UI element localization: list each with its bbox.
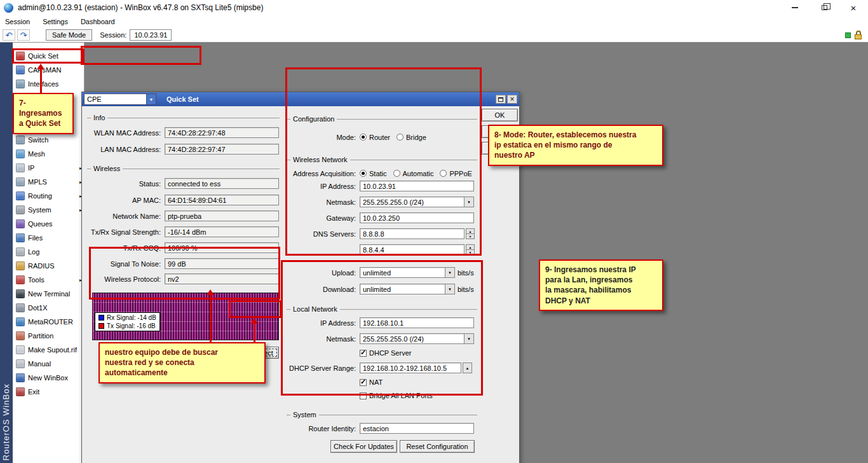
- dhcp-range-up-icon[interactable]: ▲: [463, 363, 472, 373]
- workspace: RouterOS WinBox Quick Set CAPsMAN Interf…: [0, 43, 868, 463]
- group-header-local-network: Local Network: [287, 305, 477, 313]
- group-header-configuration: Configuration: [287, 115, 477, 123]
- dialog-close-button[interactable]: ×: [507, 95, 517, 104]
- close-button[interactable]: ×: [839, 0, 868, 15]
- radius-icon: [16, 261, 25, 270]
- wan-ip-field[interactable]: 10.0.23.91: [360, 181, 474, 191]
- redo-button[interactable]: ↷: [17, 29, 30, 41]
- check-for-updates-button[interactable]: Check For Updates: [330, 440, 397, 453]
- combo-dropdown-icon[interactable]: ▼: [146, 94, 156, 104]
- wan-netmask-row: Netmask: 255.255.255.0 (/24) ▼: [287, 197, 477, 207]
- mode-row: Mode: Router Bridge: [287, 132, 477, 142]
- sidebar-item-new-terminal[interactable]: New Terminal: [13, 287, 84, 301]
- sidebar-item-exit[interactable]: Exit: [13, 385, 84, 399]
- dhcp-range-field[interactable]: 192.168.10.2-192.168.10.5: [360, 363, 461, 373]
- exit-icon: [16, 387, 25, 396]
- session-value-field[interactable]: 10.0.23.91: [130, 29, 172, 41]
- ip-icon: [16, 163, 25, 172]
- new-winbox-icon: [16, 373, 25, 382]
- network-name-field[interactable]: ptp-prueba: [165, 211, 279, 221]
- sidebar-item-mpls[interactable]: MPLS ▸: [13, 175, 84, 189]
- download-dropdown-icon[interactable]: ▼: [445, 284, 455, 294]
- dns-primary-field[interactable]: 8.8.8.8: [360, 228, 465, 239]
- sidebar-item-tools[interactable]: Tools ▸: [13, 273, 84, 287]
- acq-static-radio[interactable]: [360, 170, 367, 177]
- acq-automatic-radio[interactable]: [393, 170, 400, 177]
- safe-mode-button[interactable]: Safe Mode: [46, 29, 92, 41]
- menu-session[interactable]: Session: [5, 18, 30, 25]
- lan-mac-field[interactable]: 74:4D:28:22:97:47: [165, 144, 279, 155]
- signal-strength-label: Tx/Rx Signal Strength:: [87, 228, 165, 236]
- sidebar-item-partition[interactable]: Partition: [13, 329, 84, 343]
- sidebar-item-routing[interactable]: Routing ▸: [13, 189, 84, 203]
- mode-router-radio[interactable]: [360, 134, 367, 141]
- ap-mac-field[interactable]: 64:D1:54:89:D4:61: [165, 195, 279, 205]
- dhcp-range-row: DHCP Server Range: 192.168.10.2-192.168.…: [287, 363, 477, 373]
- menu-settings[interactable]: Settings: [43, 18, 68, 25]
- sidebar-item-new-winbox[interactable]: New WinBox: [13, 371, 84, 385]
- mode-bridge-radio[interactable]: [397, 134, 403, 141]
- acq-pppoe-radio[interactable]: [440, 170, 447, 177]
- spinner-up-icon[interactable]: ▲: [466, 244, 475, 250]
- spinner-up-icon[interactable]: ▲: [466, 228, 475, 234]
- ok-button[interactable]: OK: [482, 109, 518, 121]
- nat-checkbox[interactable]: [360, 379, 367, 386]
- wan-netmask-dropdown-icon[interactable]: ▼: [465, 197, 474, 207]
- sidebar-item-files[interactable]: Files: [13, 231, 84, 245]
- restore-button[interactable]: [810, 0, 839, 15]
- dialog-titlebar[interactable]: CPE ▼ Quick Set ×: [82, 92, 519, 106]
- wan-netmask-field[interactable]: 255.255.255.0 (/24): [360, 197, 465, 207]
- upload-field[interactable]: unlimited: [360, 267, 445, 278]
- download-field[interactable]: unlimited: [360, 284, 445, 294]
- bridge-all-lan-ports-label: Bridge All LAN Ports: [369, 392, 433, 399]
- files-icon: [16, 233, 25, 242]
- gateway-field[interactable]: 10.0.23.250: [360, 212, 474, 223]
- signal-strength-field[interactable]: -16/-14 dBm: [165, 226, 279, 237]
- sidebar-item-manual[interactable]: Manual: [13, 357, 84, 371]
- wlan-mac-field[interactable]: 74:4D:28:22:97:48: [165, 127, 279, 138]
- upload-dropdown-icon[interactable]: ▼: [445, 267, 455, 278]
- quick-set-icon: [16, 52, 25, 60]
- dhcp-server-checkbox[interactable]: [360, 350, 367, 357]
- undo-button[interactable]: ↶: [3, 29, 15, 41]
- dialog-restore-button[interactable]: [496, 95, 506, 104]
- sidebar-item-mesh[interactable]: Mesh: [13, 147, 84, 161]
- minimize-button[interactable]: [780, 0, 810, 15]
- sidebar-item-switch[interactable]: Switch: [13, 133, 84, 147]
- dialog-body: OK Cancel Apply Info WLAN MAC Address: 7…: [82, 106, 519, 463]
- sidebar-item-log[interactable]: Log: [13, 245, 84, 259]
- menu-dashboard[interactable]: Dashboard: [81, 18, 115, 25]
- sidebar-item-make-supout[interactable]: Make Supout.rif: [13, 343, 84, 357]
- gateway-label: Gateway:: [287, 214, 360, 222]
- preset-combo[interactable]: CPE ▼: [84, 93, 156, 105]
- router-identity-field[interactable]: estacion: [360, 423, 474, 434]
- sidebar-item-system[interactable]: System ▸: [13, 203, 84, 217]
- reset-configuration-button[interactable]: Reset Configuration: [400, 440, 475, 453]
- spinner-down-icon[interactable]: ▼: [466, 250, 475, 255]
- snr-field[interactable]: 99 dB: [165, 258, 279, 269]
- wan-netmask-label: Netmask:: [287, 198, 360, 206]
- sidebar-item-queues[interactable]: Queues: [13, 217, 84, 231]
- lan-netmask-field[interactable]: 255.255.255.0 (/24): [360, 333, 465, 344]
- sidebar-item-ip[interactable]: IP ▸: [13, 161, 84, 175]
- spinner-down-icon[interactable]: ▼: [466, 234, 475, 239]
- network-name-label: Network Name:: [87, 212, 165, 220]
- sidebar-item-interfaces[interactable]: Interfaces: [13, 77, 84, 91]
- download-unit: bits/s: [458, 286, 474, 293]
- ccq-field[interactable]: 100/90 %: [165, 242, 279, 253]
- window-titlebar: admin@10.0.23.91 (estacion) - WinBox v6.…: [0, 0, 868, 15]
- sidebar-item-dot1x[interactable]: Dot1X: [13, 301, 84, 315]
- wlan-mac-row: WLAN MAC Address: 74:4D:28:22:97:48: [87, 127, 280, 138]
- sidebar-item-quick-set[interactable]: Quick Set: [13, 49, 84, 63]
- quick-set-dialog: CPE ▼ Quick Set × OK Cancel Apply Info: [81, 92, 520, 463]
- sidebar-item-metarouter[interactable]: MetaROUTER: [13, 315, 84, 329]
- sidebar-item-capsman[interactable]: CAPsMAN: [13, 63, 84, 77]
- lan-ip-row: IP Address: 192.168.10.1: [287, 317, 477, 328]
- status-field[interactable]: connected to ess: [165, 178, 279, 189]
- bridge-all-lan-ports-checkbox[interactable]: [360, 392, 367, 399]
- dns-secondary-field[interactable]: 8.8.4.4: [360, 244, 465, 255]
- sidebar-item-radius[interactable]: RADIUS: [13, 259, 84, 273]
- wireless-protocol-field[interactable]: nv2: [165, 273, 279, 284]
- lan-netmask-dropdown-icon[interactable]: ▼: [465, 333, 474, 344]
- lan-ip-field[interactable]: 192.168.10.1: [360, 317, 474, 328]
